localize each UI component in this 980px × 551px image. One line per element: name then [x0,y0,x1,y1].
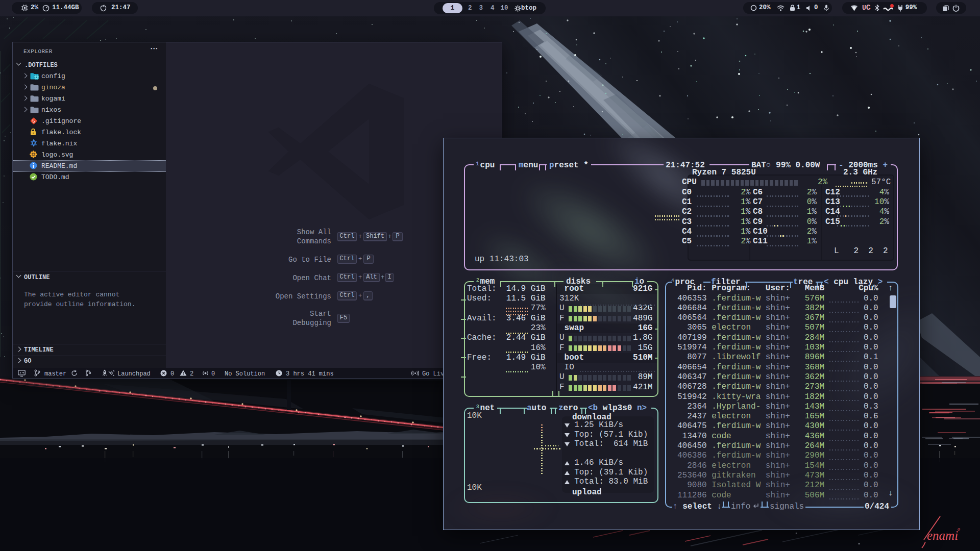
svg-text:enami: enami [927,529,958,542]
svg-text:o: o [958,526,960,532]
